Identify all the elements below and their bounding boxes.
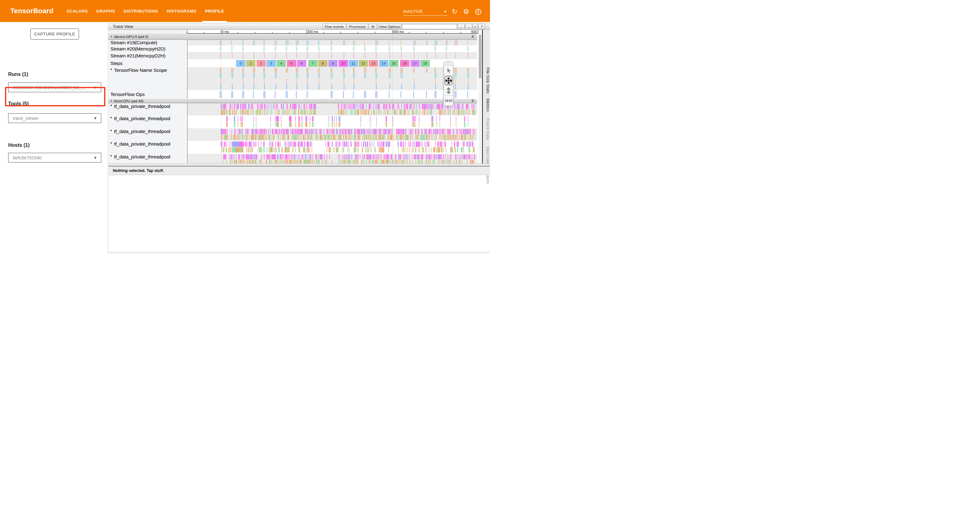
step-block-18[interactable]: 18: [420, 60, 430, 67]
trace-search-input[interactable]: [402, 24, 457, 29]
dropdown-caret-icon: ▼: [94, 116, 97, 121]
drag-handle[interactable]: [445, 62, 452, 65]
row-stream-19-label[interactable]: Stream #19(Compute): [108, 40, 188, 46]
row-steps-label[interactable]: Steps: [108, 59, 188, 67]
details-splitter[interactable]: [108, 163, 490, 167]
step-block-6[interactable]: 6: [297, 60, 306, 67]
trace-view-toolbar: Trace View Flow eventsProcessesMView Opt…: [108, 23, 490, 30]
nav-tab-histograms[interactable]: HISTOGRAMS: [167, 0, 196, 22]
toolbar-button-flow-events[interactable]: Flow events: [322, 24, 346, 29]
side-tab-file-size-stats[interactable]: File Size Stats: [483, 67, 490, 94]
step-block-5[interactable]: 5: [287, 60, 296, 67]
collapse-triangle-icon: ▾: [110, 67, 112, 71]
tensorboard-app: TensorBoard SCALARSGRAPHSDISTRIBUTIONSHI…: [0, 0, 490, 254]
pan-tool-icon[interactable]: [444, 76, 453, 86]
nav-tab-profile[interactable]: PROFILE: [205, 0, 224, 22]
step-block-2[interactable]: 2: [256, 60, 266, 67]
step-block-4[interactable]: 4: [277, 60, 286, 67]
step-block-11[interactable]: 11: [348, 60, 358, 67]
step-block-17[interactable]: 17: [410, 60, 420, 67]
side-tabstrip: File Size StatsMetricsFrame DataInput La…: [483, 30, 490, 163]
nav-tab-scalars[interactable]: SCALARS: [67, 0, 88, 22]
row-threadpool-3-label[interactable]: ▾tf_data_private_threadpool: [108, 128, 188, 141]
trace-events-canvas[interactable]: [188, 33, 477, 163]
settings-gear-icon[interactable]: ⚙: [462, 8, 470, 16]
more-button[interactable]: »: [473, 24, 478, 29]
hosts-select[interactable]: 8efc5e791540 ▼: [8, 153, 101, 163]
dropdown-caret-icon: ▼: [444, 10, 447, 13]
collapse-triangle-icon: ▾: [110, 116, 112, 119]
collapse-triangle-icon: ▾: [110, 141, 112, 145]
ruler-tick-label: 600: [471, 30, 477, 33]
ruler-minor-tick: [186, 32, 187, 33]
row-tf-ops-label[interactable]: TensorFlow Ops: [108, 90, 188, 99]
row-threadpool-5-label[interactable]: ▾tf_data_private_threadpool: [108, 154, 188, 163]
vertical-scrollbar-thumb[interactable]: [479, 35, 482, 78]
trace-tool-palette: [444, 62, 453, 106]
pan-right-button[interactable]: →: [465, 24, 472, 29]
dropdown-caret-icon: ▼: [94, 85, 97, 90]
timing-tool-icon[interactable]: [444, 96, 453, 106]
toolbar-button-processes[interactable]: Processes: [347, 24, 368, 29]
row-label-text: tf_data_private_threadpool: [114, 116, 170, 121]
section-header-cpu-label: /host:CPU (pid 49): [114, 99, 143, 103]
step-block-9[interactable]: 9: [328, 60, 338, 67]
pan-left-button[interactable]: ←: [458, 24, 465, 29]
step-block-7[interactable]: 7: [308, 60, 318, 67]
help-question-mark: ?: [475, 9, 481, 15]
row-label-text: tf_data_private_threadpool: [114, 141, 170, 147]
ruler-major-tick: [392, 30, 393, 33]
step-block-13[interactable]: 13: [369, 60, 378, 67]
row-threadpool-1-label[interactable]: ▾tf_data_private_threadpool: [108, 103, 188, 115]
ruler-tick-label: 400 ms: [393, 30, 404, 33]
tools-select-value: trace_viewer: [13, 116, 38, 121]
ruler-major-tick: [221, 30, 221, 33]
step-block-14[interactable]: 14: [379, 60, 388, 67]
toolbar-button-view-options[interactable]: View Options: [378, 24, 401, 29]
nav-tab-distributions[interactable]: DISTRIBUTIONS: [124, 0, 158, 22]
timeline-ruler[interactable]: 0 ms200 ms400 ms600: [188, 30, 479, 33]
nav-tab-graphs[interactable]: GRAPHS: [96, 0, 115, 22]
app-header: TensorBoard SCALARSGRAPHSDISTRIBUTIONSHI…: [0, 0, 490, 22]
ruler-major-tick: [478, 30, 478, 33]
ruler-minor-tick: [323, 32, 324, 33]
trace-view-title: Trace View: [113, 24, 133, 29]
runs-select[interactable]: 20200409-231431/train/2020_04_... ▼: [8, 83, 101, 92]
dropdown-caret-icon: ▼: [94, 156, 97, 160]
help-icon[interactable]: ?: [474, 8, 482, 16]
collapse-triangle-icon: ▾: [110, 104, 112, 107]
step-block-10[interactable]: 10: [339, 60, 348, 67]
row-threadpool-4-label[interactable]: ▾tf_data_private_threadpool: [108, 141, 188, 154]
row-label-text: tf_data_private_threadpool: [114, 154, 170, 160]
step-block-3[interactable]: 3: [266, 60, 276, 67]
trace-help-button[interactable]: ?: [479, 24, 485, 29]
step-block-8[interactable]: 8: [318, 60, 328, 67]
row-label-text: TensorFlow Ops: [110, 92, 145, 97]
row-stream-20-label[interactable]: Stream #20(MemcpyH2D): [108, 46, 188, 52]
select-tool-icon[interactable]: [444, 65, 453, 76]
row-stream-21-label[interactable]: Stream #21(MemcpyD2H): [108, 52, 188, 59]
zoom-tool-icon[interactable]: [444, 86, 453, 96]
vertical-scrollbar[interactable]: [479, 30, 482, 163]
ruler-minor-tick: [409, 32, 409, 33]
toolbar-button-m[interactable]: M: [369, 24, 377, 29]
collapse-triangle-icon: ▾: [110, 129, 112, 132]
ruler-minor-tick: [426, 32, 426, 33]
step-block-16[interactable]: 16: [400, 60, 409, 67]
ruler-major-tick: [307, 30, 307, 33]
refresh-icon[interactable]: ↻: [450, 8, 459, 16]
tools-select[interactable]: trace_viewer ▼: [8, 113, 101, 123]
step-block-0[interactable]: 0: [236, 60, 245, 67]
side-tab-frame-data[interactable]: Frame Data: [483, 118, 490, 140]
sidebar: CAPTURE PROFILE Runs (1) 20200409-231431…: [0, 22, 108, 254]
step-block-15[interactable]: 15: [389, 60, 398, 67]
side-tab-metrics[interactable]: Metrics: [483, 99, 490, 112]
status-dropdown[interactable]: INACTIVE ▼: [403, 8, 448, 16]
step-block-1[interactable]: 1: [246, 60, 256, 67]
row-tf-name-scope-label[interactable]: ▾TensorFlow Name Scope: [108, 67, 188, 90]
ruler-minor-tick: [443, 32, 444, 33]
row-threadpool-2-label[interactable]: ▾tf_data_private_threadpool: [108, 115, 188, 128]
tools-label: Tools (5): [8, 101, 29, 107]
capture-profile-button[interactable]: CAPTURE PROFILE: [30, 29, 79, 40]
step-block-12[interactable]: 12: [359, 60, 368, 67]
